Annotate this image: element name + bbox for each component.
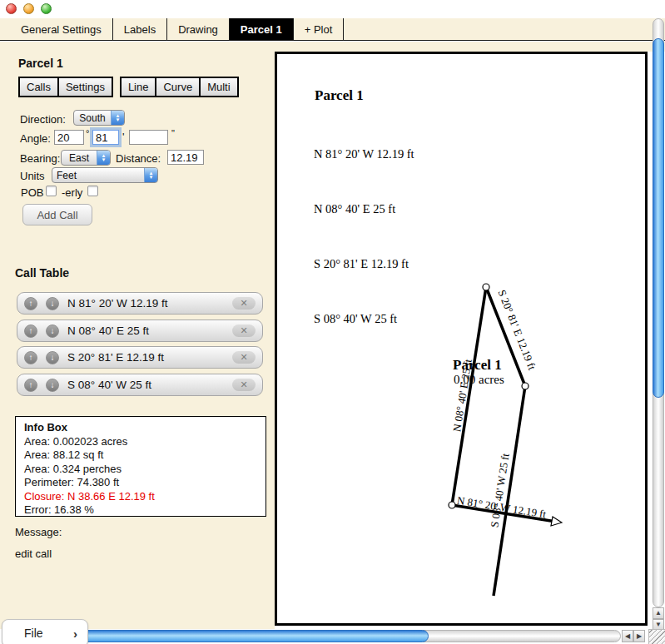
move-up-icon[interactable]: ↑ (24, 351, 37, 364)
call-row: ↑ ↓ S 08° 40' W 25 ft ✕ (17, 374, 263, 396)
add-call-button[interactable]: Add Call (22, 204, 92, 225)
angle-minutes-input[interactable] (92, 130, 119, 145)
line-button[interactable]: Line (120, 77, 157, 97)
vertex-marker (449, 502, 455, 508)
button-label: Add Call (37, 209, 77, 221)
perimeter: Perimeter: 74.380 ft (24, 476, 266, 490)
panel-button-row: Calls Settings Line Curve Multi (18, 77, 239, 97)
call-row: ↑ ↓ S 20° 81' E 12.19 ft ✕ (17, 346, 263, 369)
delete-call-icon[interactable]: ✕ (232, 324, 256, 337)
tab-general-settings[interactable]: General Settings (10, 18, 113, 40)
tab-label: Drawing (178, 23, 218, 36)
call-text: N 08° 40' E 25 ft (67, 324, 232, 337)
distance-input[interactable] (167, 150, 204, 165)
vertex-marker (522, 383, 529, 389)
plot-canvas: Parcel 1 N 81° 20' W 12.19 ft N 08° 40' … (275, 52, 648, 626)
call-row: ↑ ↓ N 81° 20' W 12.19 ft ✕ (17, 292, 263, 315)
title-bar (0, 0, 665, 18)
second-symbol: " (171, 128, 175, 138)
move-down-icon[interactable]: ↓ (46, 379, 59, 392)
button-label: Line (128, 81, 149, 93)
resize-grip-icon[interactable] (648, 629, 665, 644)
move-down-icon[interactable]: ↓ (46, 351, 59, 364)
call-text: S 20° 81' E 12.19 ft (67, 351, 232, 364)
popup-stepper-icon: ▲▼ (144, 168, 157, 182)
tab-label: Labels (124, 23, 156, 36)
popup-stepper-icon: ▲▼ (111, 111, 124, 125)
info-box: Info Box Area: 0.002023 acres Area: 88.1… (15, 416, 266, 517)
message-text: edit call (15, 547, 52, 560)
area-acres: Area: 0.002023 acres (24, 435, 266, 449)
parcel-area-label: 0.00 acres (454, 373, 504, 386)
message-label: Message: (15, 526, 62, 538)
error-value: Error: 16.38 % (24, 503, 266, 518)
panel-title: Parcel 1 (18, 57, 63, 70)
bearing-select[interactable]: East ▲▼ (61, 150, 111, 166)
angle-label: Angle: (20, 132, 51, 145)
move-up-icon[interactable]: ↑ (24, 297, 37, 310)
delete-call-icon[interactable]: ✕ (232, 297, 256, 310)
button-label: Curve (163, 81, 192, 93)
move-up-icon[interactable]: ↑ (24, 324, 37, 338)
close-window-icon[interactable] (6, 3, 17, 14)
vertex-marker (483, 284, 489, 290)
call-text: N 81° 20' W 12.19 ft (67, 297, 232, 310)
popup-stepper-icon: ▲▼ (97, 151, 110, 165)
call-row: ↑ ↓ N 08° 40' E 25 ft ✕ (17, 320, 263, 342)
minute-symbol: ' (122, 131, 124, 143)
move-down-icon[interactable]: ↓ (46, 297, 59, 310)
file-menu-label: File (24, 627, 43, 640)
erly-checkbox[interactable] (87, 186, 98, 196)
multi-button[interactable]: Multi (199, 77, 238, 97)
area-sqft: Area: 88.12 sq ft (24, 448, 266, 463)
angle-seconds-input[interactable] (129, 130, 168, 145)
tab-label: General Settings (21, 23, 102, 36)
angle-degrees-input[interactable] (54, 130, 84, 145)
pob-checkbox[interactable] (46, 186, 57, 196)
zoom-window-icon[interactable] (41, 3, 52, 14)
move-down-icon[interactable]: ↓ (46, 324, 59, 338)
vertical-scrollbar-thumb[interactable] (653, 38, 664, 398)
closure-value: Closure: N 38.66 E 12.19 ft (24, 490, 266, 504)
units-value: Feet (52, 168, 144, 182)
tab-label: Parcel 1 (241, 23, 282, 36)
parcel-drawing: N 81° 20' W 12.19 ft N 08° 40' E 25 ft S… (277, 54, 645, 623)
erly-label: -erly (62, 186, 82, 199)
delete-call-icon[interactable]: ✕ (232, 379, 256, 391)
area-perches: Area: 0.324 perches (24, 463, 266, 477)
call-text: S 08° 40' W 25 ft (67, 379, 232, 391)
distance-label: Distance: (116, 152, 161, 165)
tab-bar-gap (0, 42, 665, 52)
parcel-panel: Parcel 1 Calls Settings Line Curve Multi… (0, 52, 275, 629)
chevron-right-icon: › (73, 627, 77, 641)
direction-value: South (74, 111, 111, 125)
call-table-title: Call Table (15, 266, 69, 280)
direction-label: Direction: (20, 113, 66, 126)
button-label: Settings (66, 81, 105, 93)
tab-drawing[interactable]: Drawing (167, 18, 230, 40)
calls-button[interactable]: Calls (18, 77, 59, 97)
tab-add-plot[interactable]: + Plot (294, 18, 345, 40)
tab-labels[interactable]: Labels (113, 18, 167, 40)
curve-button[interactable]: Curve (155, 77, 201, 97)
minimize-window-icon[interactable] (23, 3, 34, 14)
button-label: Calls (27, 81, 51, 93)
direction-select[interactable]: South ▲▼ (73, 110, 125, 126)
pob-label: POB (21, 186, 43, 199)
settings-button[interactable]: Settings (57, 77, 113, 97)
units-label: Units (20, 170, 45, 182)
scroll-right-icon[interactable]: ▶ (633, 630, 645, 642)
file-menu-button[interactable]: File › (2, 619, 88, 644)
degree-symbol: ° (86, 128, 89, 138)
bearing-value: East (62, 151, 97, 165)
pob-arrow-icon (551, 517, 562, 526)
tab-bar: General Settings Labels Drawing Parcel 1… (0, 18, 665, 41)
delete-call-icon[interactable]: ✕ (232, 351, 256, 364)
scroll-left-icon[interactable]: ◀ (622, 630, 633, 642)
units-select[interactable]: Feet ▲▼ (52, 167, 158, 183)
tab-parcel-1[interactable]: Parcel 1 (230, 18, 294, 40)
parcel-center-label: Parcel 1 (453, 357, 502, 373)
tab-label: + Plot (305, 23, 333, 36)
scroll-up-icon[interactable]: ▲ (653, 607, 664, 619)
move-up-icon[interactable]: ↑ (24, 379, 37, 392)
